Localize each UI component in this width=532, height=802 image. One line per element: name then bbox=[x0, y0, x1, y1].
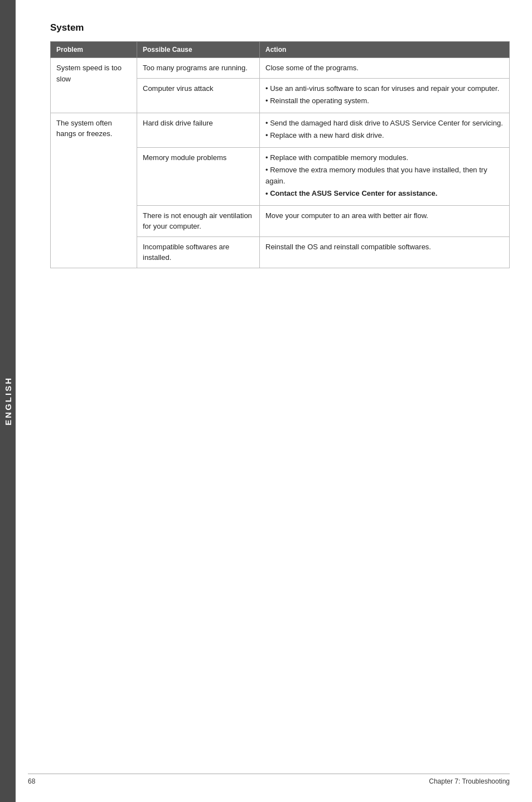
action-list: Use an anti-virus software to scan for v… bbox=[265, 83, 504, 107]
cause-cell: Computer virus attack bbox=[137, 78, 260, 113]
cause-cell: Memory module problems bbox=[137, 147, 260, 205]
cause-cell: There is not enough air ventilation for … bbox=[137, 205, 260, 236]
action-item: Replace with a new hard disk drive. bbox=[265, 130, 504, 141]
action-text: Reinstall the OS and reinstall compatibl… bbox=[265, 243, 431, 251]
main-content: System Problem Possible Cause Action Sys… bbox=[28, 0, 532, 302]
page-number: 68 bbox=[28, 777, 35, 785]
action-item: Reinstall the operating system. bbox=[265, 95, 504, 107]
side-tab-label: ENGLISH bbox=[3, 376, 13, 426]
cause-cell: Too many programs are running. bbox=[137, 58, 260, 79]
action-item: Contact the ASUS Service Center for assi… bbox=[265, 188, 504, 199]
action-cell: Use an anti-virus software to scan for v… bbox=[260, 78, 510, 113]
action-text: Close some of the programs. bbox=[265, 64, 359, 72]
chapter-label: Chapter 7: Troubleshooting bbox=[429, 777, 510, 785]
action-cell: Replace with compatible memory modules.R… bbox=[260, 147, 510, 205]
action-item: Send the damaged hard disk drive to ASUS… bbox=[265, 118, 504, 129]
header-problem: Problem bbox=[51, 42, 137, 58]
troubleshooting-table: Problem Possible Cause Action System spe… bbox=[50, 41, 510, 268]
action-item: Replace with compatible memory modules. bbox=[265, 152, 504, 163]
header-cause: Possible Cause bbox=[137, 42, 260, 58]
problem-cell: System speed is too slow bbox=[51, 58, 137, 113]
table-row: The system often hangs or freezes.Hard d… bbox=[51, 113, 510, 147]
page-footer: 68 Chapter 7: Troubleshooting bbox=[28, 774, 510, 785]
side-tab: ENGLISH bbox=[0, 0, 16, 802]
action-cell: Send the damaged hard disk drive to ASUS… bbox=[260, 113, 510, 147]
action-list: Replace with compatible memory modules.R… bbox=[265, 152, 504, 199]
action-cell: Move your computer to an area with bette… bbox=[260, 205, 510, 236]
cause-cell: Hard disk drive failure bbox=[137, 113, 260, 147]
cause-cell: Incompatible softwares are installed. bbox=[137, 236, 260, 268]
action-item: Remove the extra memory modules that you… bbox=[265, 165, 504, 186]
table-header-row: Problem Possible Cause Action bbox=[51, 42, 510, 58]
section-title: System bbox=[50, 22, 510, 33]
action-item: Use an anti-virus software to scan for v… bbox=[265, 83, 504, 94]
action-list: Send the damaged hard disk drive to ASUS… bbox=[265, 118, 504, 141]
table-row: System speed is too slowToo many program… bbox=[51, 58, 510, 79]
action-cell: Reinstall the OS and reinstall compatibl… bbox=[260, 236, 510, 268]
problem-cell: The system often hangs or freezes. bbox=[51, 113, 137, 268]
header-action: Action bbox=[260, 42, 510, 58]
action-cell: Close some of the programs. bbox=[260, 58, 510, 79]
action-text: Move your computer to an area with bette… bbox=[265, 211, 428, 220]
